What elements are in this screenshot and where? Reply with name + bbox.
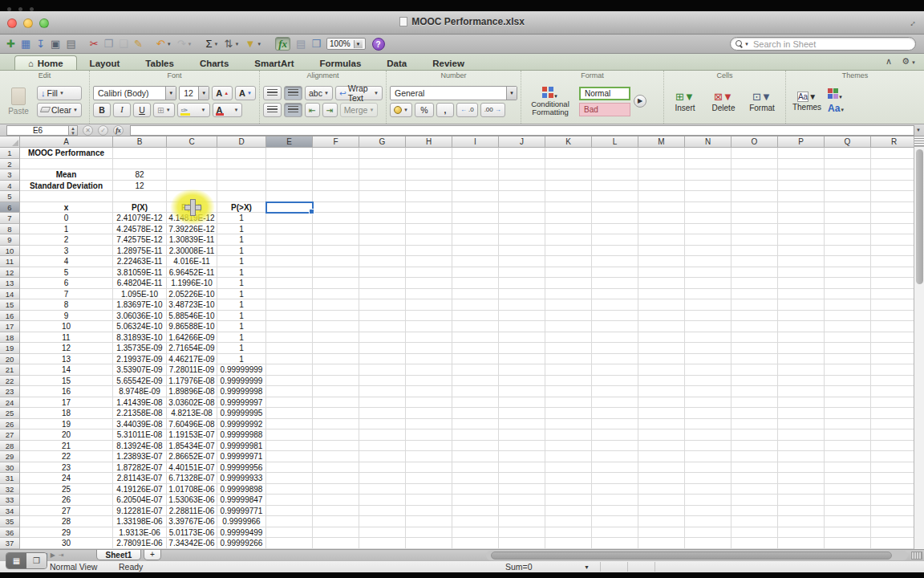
cell-F32[interactable] — [313, 484, 359, 495]
cell-C12[interactable]: 6.96452E-11 — [167, 267, 217, 279]
cell-H35[interactable] — [406, 516, 452, 527]
cell-C21[interactable]: 7.28011E-09 — [167, 364, 217, 376]
cancel-icon[interactable]: ✕ — [83, 125, 93, 136]
percent-button[interactable]: % — [415, 103, 434, 117]
cell-A14[interactable]: 7 — [20, 289, 113, 300]
cell-N13[interactable] — [685, 278, 732, 289]
row-header-28[interactable]: 28 — [0, 441, 20, 452]
fill-color-button[interactable]: ✑▼ — [177, 103, 210, 117]
cell-O13[interactable] — [732, 278, 778, 289]
cell-I14[interactable] — [452, 289, 499, 300]
cell-D11[interactable]: 1 — [217, 256, 266, 267]
cell-A15[interactable]: 8 — [20, 299, 113, 311]
resize-grip-icon[interactable] — [911, 552, 922, 560]
page-layout-view-button[interactable]: ❐ — [26, 553, 47, 568]
cell-P22[interactable] — [778, 376, 825, 387]
decrease-indent-button[interactable]: ⇤ — [305, 103, 320, 117]
cell-E19[interactable] — [266, 343, 313, 354]
cell-O18[interactable] — [732, 332, 778, 344]
cell-F14[interactable] — [313, 289, 359, 300]
cell-E28[interactable] — [266, 441, 313, 452]
cell-I23[interactable] — [452, 386, 499, 397]
cell-N27[interactable] — [685, 429, 732, 441]
row-header-16[interactable]: 16 — [0, 311, 20, 322]
cell-R20[interactable] — [871, 354, 918, 365]
vertical-scrollbar[interactable] — [914, 136, 924, 549]
cell-G32[interactable] — [359, 484, 406, 495]
cell-Q27[interactable] — [825, 429, 871, 441]
cell-D21[interactable]: 0.99999999 — [217, 364, 266, 376]
cell-K21[interactable] — [545, 364, 592, 376]
cell-B15[interactable]: 1.83697E-10 — [113, 299, 167, 311]
style-bad[interactable]: Bad — [579, 103, 630, 116]
tab-tables[interactable]: Tables — [132, 56, 187, 70]
cell-J5[interactable] — [499, 191, 545, 202]
cell-M33[interactable] — [638, 495, 685, 506]
cell-I3[interactable] — [452, 169, 499, 181]
cell-O37[interactable] — [732, 538, 778, 549]
cell-F19[interactable] — [313, 343, 359, 354]
cell-R17[interactable] — [871, 321, 918, 332]
cell-G30[interactable] — [359, 462, 406, 474]
cell-R22[interactable] — [871, 376, 918, 387]
cell-H13[interactable] — [406, 278, 452, 289]
cell-I11[interactable] — [452, 256, 499, 267]
cell-F24[interactable] — [313, 397, 359, 409]
cell-D25[interactable]: 0.99999995 — [217, 408, 266, 419]
cell-R10[interactable] — [871, 246, 918, 257]
cell-D14[interactable]: 1 — [217, 289, 266, 300]
cell-L18[interactable] — [592, 332, 638, 344]
cell-J32[interactable] — [499, 484, 545, 495]
cell-R15[interactable] — [871, 299, 918, 311]
cell-M32[interactable] — [638, 484, 685, 495]
cell-H4[interactable] — [406, 181, 452, 192]
cell-F22[interactable] — [313, 376, 359, 387]
cell-E32[interactable] — [266, 484, 313, 495]
new-workbook-icon[interactable]: ✚ — [6, 38, 15, 50]
theme-colors-button[interactable]: ▼ — [828, 88, 845, 100]
cell-B11[interactable]: 2.22463E-11 — [113, 256, 167, 267]
cell-N29[interactable] — [685, 451, 732, 462]
cell-K15[interactable] — [545, 299, 592, 311]
cell-A9[interactable]: 2 — [20, 234, 113, 246]
cell-J24[interactable] — [499, 397, 545, 409]
cell-C33[interactable]: 1.53063E-06 — [167, 495, 217, 506]
cell-L9[interactable] — [592, 234, 638, 246]
cell-B17[interactable]: 5.06324E-10 — [113, 321, 167, 332]
cell-F10[interactable] — [313, 246, 359, 257]
cell-O17[interactable] — [732, 321, 778, 332]
cell-M10[interactable] — [638, 246, 685, 257]
cell-O16[interactable] — [732, 311, 778, 322]
cell-H9[interactable] — [406, 234, 452, 246]
cell-F9[interactable] — [313, 234, 359, 246]
cell-Q26[interactable] — [825, 419, 871, 430]
cell-A17[interactable]: 10 — [20, 321, 113, 332]
cell-L27[interactable] — [592, 429, 638, 441]
cell-G5[interactable] — [359, 191, 406, 202]
cell-P10[interactable] — [778, 246, 825, 257]
cell-I4[interactable] — [452, 181, 499, 192]
cell-E21[interactable] — [266, 364, 313, 376]
cell-H14[interactable] — [406, 289, 452, 300]
cell-K31[interactable] — [545, 473, 592, 484]
cell-H11[interactable] — [406, 256, 452, 267]
cell-O4[interactable] — [732, 181, 778, 192]
cell-P2[interactable] — [778, 159, 825, 170]
cell-B26[interactable]: 3.44039E-08 — [113, 419, 167, 430]
cell-Q29[interactable] — [825, 451, 871, 462]
cell-D36[interactable]: 0.99999499 — [217, 527, 266, 539]
cell-D7[interactable]: 1 — [217, 213, 266, 224]
cell-M15[interactable] — [638, 299, 685, 311]
cell-A16[interactable]: 9 — [20, 311, 113, 322]
cell-P36[interactable] — [778, 527, 825, 539]
cell-D32[interactable]: 0.99999898 — [217, 484, 266, 495]
formula-bar-expand-icon[interactable]: ▼ — [916, 128, 921, 132]
open-icon[interactable]: ↧ — [36, 38, 45, 50]
formula-input[interactable] — [130, 125, 914, 136]
cell-I34[interactable] — [452, 506, 499, 517]
cell-C22[interactable]: 1.17976E-08 — [167, 376, 217, 387]
sheet-tab-sheet1[interactable]: Sheet1 — [96, 550, 141, 560]
format-painter-icon[interactable]: ✎ — [134, 38, 143, 50]
themes-button[interactable]: Aa▼Themes — [789, 92, 825, 112]
theme-fonts-button[interactable]: Aa▼ — [828, 103, 845, 114]
